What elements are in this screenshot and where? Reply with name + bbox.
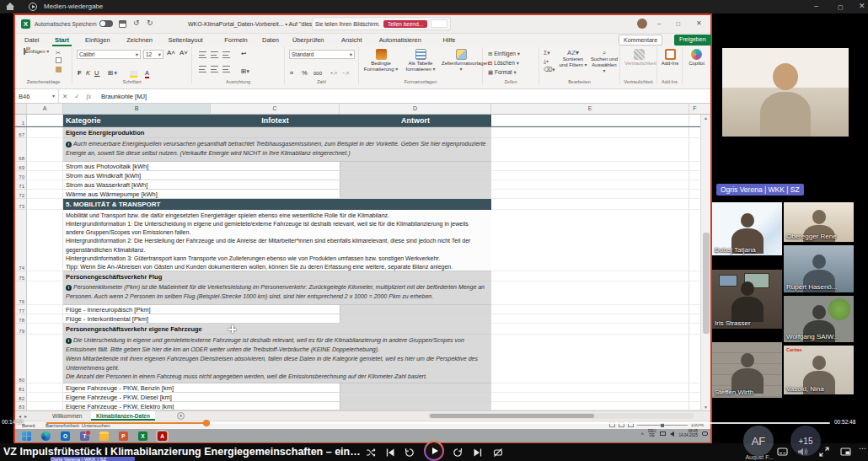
answer-cell-d71[interactable]	[340, 180, 491, 189]
cell-b73[interactable]: 5. MOBILITÄT & TRANSPORT	[63, 199, 491, 210]
cell-f80[interactable]	[689, 335, 700, 383]
cell-e70[interactable]	[491, 171, 689, 180]
cell-e75[interactable]	[491, 271, 689, 281]
row-header-80[interactable]: 80	[15, 335, 27, 383]
cell-a79[interactable]	[27, 324, 63, 335]
play-button[interactable]	[424, 441, 444, 461]
menu-tab-start[interactable]: Start	[52, 35, 72, 46]
cell-f83[interactable]	[689, 402, 700, 410]
cell-f67[interactable]	[689, 127, 700, 138]
menu-tab-zeichnen[interactable]: Zeichnen	[124, 35, 155, 45]
cell-b80[interactable]: iDie Unterscheidung in eigene und gemiet…	[63, 335, 491, 383]
fx-icon[interactable]: fx	[83, 93, 94, 100]
align-left-icon[interactable]	[199, 66, 206, 72]
cell-f81[interactable]	[689, 383, 700, 393]
row-header-79[interactable]: 79	[15, 324, 27, 335]
cell-b69[interactable]: Strom aus Photovoltaik [kWh]	[63, 162, 491, 171]
row-header-68[interactable]: 68	[15, 138, 27, 162]
cell-e1[interactable]	[491, 115, 689, 126]
vertical-scrollbar[interactable]: ▲ ▼	[700, 115, 710, 410]
align-top-icon[interactable]	[199, 51, 206, 58]
shrink-font-icon[interactable]: A˅	[179, 49, 188, 56]
cell-f77[interactable]	[689, 305, 700, 314]
participant-overflow-badge[interactable]: +15	[790, 426, 821, 456]
cell-b75[interactable]: Personengeschäftsverkehr Flug	[63, 271, 491, 281]
cell-e81[interactable]	[491, 383, 689, 393]
taskbar-icon-excel[interactable]: X	[138, 432, 147, 441]
align-center-icon[interactable]	[211, 66, 218, 72]
cell-styles-button[interactable]: Zellenformatvorlagen ▾	[442, 49, 480, 72]
format-as-table-button[interactable]: Als Tabelle formatieren ▾	[401, 49, 440, 72]
os-maximize-button[interactable]: ▢	[838, 3, 844, 12]
row-header-69[interactable]: 69	[15, 162, 27, 171]
cell-b81[interactable]: Eigene Fahrzeuge - PKW, Benzin [km]	[63, 383, 491, 393]
cell-f72[interactable]	[689, 190, 700, 199]
participant-tile-wolfgang[interactable]: Wolfgang SAIW...	[784, 296, 854, 342]
cell-a74[interactable]	[27, 210, 63, 271]
cell-a81[interactable]	[27, 383, 63, 393]
notification-icon[interactable]	[702, 432, 708, 436]
excel-minimize-button[interactable]: –	[657, 19, 661, 27]
row-header-71[interactable]: 71	[15, 180, 27, 190]
cell-f79[interactable]	[689, 324, 700, 335]
replay-button[interactable]	[405, 448, 415, 458]
answer-cell-d83[interactable]	[340, 402, 491, 410]
previous-button[interactable]	[385, 448, 395, 458]
cell-e69[interactable]	[491, 162, 689, 171]
header-cells[interactable]: Kategorie Infotext Antwort	[63, 115, 491, 126]
cell-b70[interactable]: Strom aus Windkraft [kWh]	[63, 171, 491, 180]
row-header-81[interactable]: 81	[15, 383, 27, 393]
find-select-button[interactable]: ⌕ Suchen und Auswählen ▾	[590, 49, 619, 74]
sort-filter-button[interactable]: AZ▾ Sortieren und Filtern ▾	[558, 49, 588, 68]
speaker-tile[interactable]: Ogris Verena | WKK | SZ	[712, 25, 855, 194]
row-header-70[interactable]: 70	[15, 171, 27, 180]
borders-icon[interactable]: ⊞▾	[108, 69, 118, 77]
sheet-nav-arrows[interactable]: ◂▸	[19, 413, 30, 419]
cell-a77[interactable]	[27, 305, 63, 314]
cell-e80[interactable]	[491, 335, 689, 383]
participant-tile-dobaj[interactable]: Dobaj Tatjana	[712, 202, 782, 255]
format-cells-button[interactable]: ▦ Format ▾	[488, 68, 517, 76]
cell-b74[interactable]: Mobilität und Transport bzw. die dafür e…	[63, 210, 491, 271]
col-header-d[interactable]: D	[340, 104, 491, 114]
cell-a75[interactable]	[27, 271, 63, 281]
volume-tray-icon[interactable]	[670, 432, 674, 437]
taskbar-icon-explorer[interactable]	[99, 432, 109, 441]
cell-a70[interactable]	[27, 171, 63, 180]
cell-b82[interactable]: Eigene Fahrzeuge - PKW, Diesel [km]	[63, 393, 491, 402]
language-indicator[interactable]: DEUDE	[648, 430, 656, 438]
taskbar-icon-windows[interactable]	[22, 432, 31, 441]
answer-cell-d78[interactable]	[340, 314, 491, 323]
fullscreen-button[interactable]	[819, 447, 829, 457]
accounting-format-icon[interactable]: ¤	[290, 69, 293, 77]
answer-cell-d69[interactable]	[340, 162, 491, 170]
cell-a67[interactable]	[27, 127, 63, 138]
copilot-button[interactable]: Copilot	[685, 49, 708, 67]
cell-b67[interactable]: Eigene Energieproduktion	[63, 127, 491, 138]
row-header-77[interactable]: 77	[15, 305, 27, 314]
cell-b83[interactable]: Eigene Fahrzeuge - PKW, Elektro [km]	[63, 402, 491, 410]
row-header-74[interactable]: 74	[15, 210, 27, 271]
horizontal-scrollbar[interactable]	[428, 413, 694, 419]
next-button[interactable]	[473, 448, 483, 458]
home-icon[interactable]	[6, 3, 14, 11]
taskbar-icon-teams[interactable]: T	[80, 432, 89, 441]
tray-chevron-icon[interactable]: ˄	[640, 432, 644, 437]
network-icon[interactable]	[660, 432, 666, 436]
bold-button[interactable]: F	[78, 69, 83, 77]
increase-decimal-icon[interactable]: ⁺·⁰	[330, 71, 337, 77]
font-name-select[interactable]: Calibri▾	[77, 50, 141, 59]
taskbar-icon-outlook[interactable]: O	[61, 432, 70, 441]
row-header-67[interactable]: 67	[15, 127, 27, 138]
cell-f78[interactable]	[689, 314, 700, 324]
copy-icon[interactable]	[56, 57, 62, 63]
cell-e73[interactable]	[491, 199, 689, 210]
participant-bubble-avatar[interactable]: AF	[743, 426, 774, 456]
cell-f69[interactable]	[689, 162, 700, 171]
menu-tab-daten[interactable]: Daten	[260, 35, 281, 45]
taskbar-icon-edge[interactable]	[41, 432, 51, 441]
miniplayer-button[interactable]	[840, 447, 850, 457]
cell-b76[interactable]: iPersonenkilometer (Pkm) ist die Maßeinh…	[63, 281, 491, 305]
cell-a72[interactable]	[27, 190, 63, 199]
cell-e71[interactable]	[491, 180, 689, 190]
